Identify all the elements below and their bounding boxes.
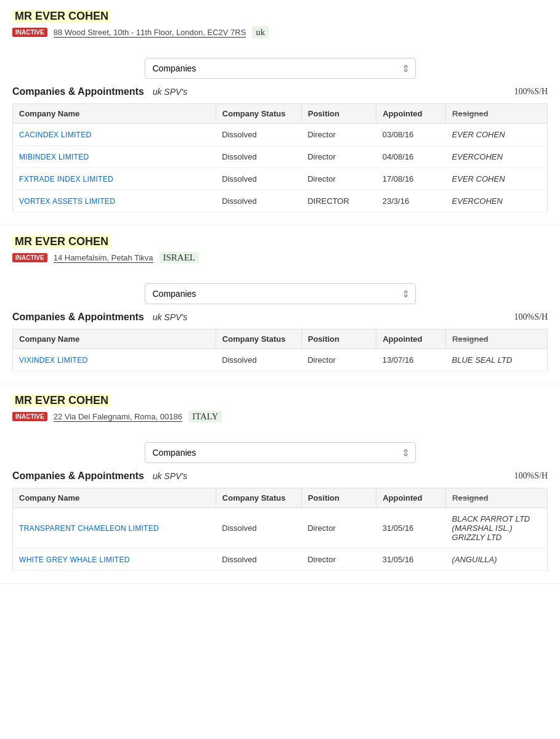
- company-link-1-3[interactable]: FXTRADE INDEX LIMITED: [19, 175, 113, 184]
- td-appointed-1-4: 23/3/16: [376, 190, 446, 212]
- th-resigned-3: Resigned: [446, 488, 548, 508]
- dropdown-row-3: Companies ⇕: [12, 442, 548, 463]
- section-title-area-3: Companies & Appointments uk SPV's: [12, 470, 187, 482]
- person-address-2: 14 Hamefalsim, Petah Tikva: [54, 253, 153, 263]
- companies-dropdown-2[interactable]: Companies: [145, 283, 416, 304]
- section-title-2: Companies & Appointments: [12, 312, 144, 323]
- inactive-badge-1: INACTIVE: [12, 28, 47, 37]
- td-company-name-3-1: TRANSPARENT CHAMELEON LIMITED: [13, 508, 216, 549]
- person-address-3: 22 Via Dei Falegnami, Roma, 00186: [54, 412, 182, 422]
- company-link-2-1[interactable]: VIXINDEX LIMITED: [19, 356, 88, 365]
- th-appointed-3: Appointed: [376, 488, 446, 508]
- person-section-2: MR EVER COHEN INACTIVE 14 Hamefalsim, Pe…: [0, 225, 560, 384]
- person-name-2: MR EVER COHEN: [12, 235, 111, 248]
- th-resigned-label-1: Resigned: [452, 109, 489, 118]
- companies-dropdown-1[interactable]: Companies: [145, 58, 416, 79]
- td-company-name-2-1: VIXINDEX LIMITED: [13, 349, 216, 371]
- company-link-1-4[interactable]: VORTEX ASSETS LIMITED: [19, 197, 115, 206]
- th-resigned-2: Resigned: [446, 329, 548, 349]
- th-position-3: Position: [301, 488, 376, 508]
- td-resigned-annotation-1-1: EVER COHEN: [446, 124, 548, 146]
- person-section-1: MR EVER COHEN INACTIVE 88 Wood Street, 1…: [0, 0, 560, 225]
- td-position-1-4: DIRECTOR: [301, 190, 376, 212]
- th-company-status-1: Company Status: [216, 104, 301, 124]
- td-company-name-1-1: CACINDEX LIMITED: [13, 124, 216, 146]
- section-header-3: Companies & Appointments uk SPV's 100%S/…: [12, 470, 548, 482]
- country-annotation-3: ITALY: [189, 411, 222, 422]
- th-company-name-1: Company Name: [13, 104, 216, 124]
- td-appointed-1-1: 03/08/16: [376, 124, 446, 146]
- person-address-line-1: INACTIVE 88 Wood Street, 10th - 11th Flo…: [12, 26, 548, 38]
- dropdown-wrapper-1[interactable]: Companies ⇕: [145, 58, 416, 79]
- th-company-name-3: Company Name: [13, 488, 216, 508]
- inactive-badge-3: INACTIVE: [12, 412, 47, 421]
- td-position-1-2: Director: [301, 146, 376, 168]
- table-row-3-1: TRANSPARENT CHAMELEON LIMITED Dissolved …: [13, 508, 548, 549]
- table-row-3-2: WHITE GREY WHALE LIMITED Dissolved Direc…: [13, 549, 548, 571]
- th-position-1: Position: [301, 104, 376, 124]
- person-section-3: MR EVER COHEN INACTIVE 22 Via Dei Falegn…: [0, 384, 560, 584]
- person-address-line-2: INACTIVE 14 Hamefalsim, Petah Tikva ISRA…: [12, 252, 548, 264]
- th-company-name-2: Company Name: [13, 329, 216, 349]
- companies-dropdown-3[interactable]: Companies: [145, 442, 416, 463]
- td-appointed-2-1: 13/07/16: [376, 349, 446, 371]
- td-company-name-1-2: MIBINDEX LIMITED: [13, 146, 216, 168]
- td-resigned-annotation-1-3: EVER COHEN: [446, 168, 548, 190]
- td-company-status-2-1: Dissolved: [216, 349, 301, 371]
- company-link-1-1[interactable]: CACINDEX LIMITED: [19, 131, 91, 139]
- spv-annotation-3: uk SPV's: [153, 471, 187, 481]
- td-resigned-annotation-1-4: EVERCOHEN: [446, 190, 548, 212]
- th-resigned-label-3: Resigned: [452, 493, 489, 503]
- th-company-status-3: Company Status: [216, 488, 301, 508]
- table-row-1-2: MIBINDEX LIMITED Dissolved Director 04/0…: [13, 146, 548, 168]
- td-appointed-1-2: 04/08/16: [376, 146, 446, 168]
- section-title-area-2: Companies & Appointments uk SPV's: [12, 312, 187, 323]
- person-address-line-3: INACTIVE 22 Via Dei Falegnami, Roma, 001…: [12, 411, 548, 422]
- table-header-row-3: Company Name Company Status Position App…: [13, 488, 548, 508]
- companies-table-2: Company Name Company Status Position App…: [12, 329, 548, 371]
- td-appointed-1-3: 17/08/16: [376, 168, 446, 190]
- td-position-3-1: Director: [301, 508, 376, 549]
- th-company-status-2: Company Status: [216, 329, 301, 349]
- td-company-name-1-3: FXTRADE INDEX LIMITED: [13, 168, 216, 190]
- spv-annotation-2: uk SPV's: [153, 312, 187, 322]
- td-resigned-annotation-1-2: EVERCOHEN: [446, 146, 548, 168]
- dropdown-wrapper-3[interactable]: Companies ⇕: [145, 442, 416, 463]
- th-appointed-2: Appointed: [376, 329, 446, 349]
- company-link-3-1[interactable]: TRANSPARENT CHAMELEON LIMITED: [19, 524, 159, 533]
- country-annotation-2: ISRAEL: [160, 252, 200, 264]
- table-header-row-2: Company Name Company Status Position App…: [13, 329, 548, 349]
- table-row-1-3: FXTRADE INDEX LIMITED Dissolved Director…: [13, 168, 548, 190]
- inactive-badge-2: INACTIVE: [12, 253, 47, 262]
- th-resigned-1: Resigned: [446, 104, 548, 124]
- section-header-1: Companies & Appointments uk SPV's 100%S/…: [12, 86, 548, 97]
- td-company-status-3-2: Dissolved: [216, 549, 301, 571]
- person-name-1: MR EVER COHEN: [12, 10, 111, 23]
- spv-annotation-1: uk SPV's: [153, 87, 187, 97]
- companies-table-3: Company Name Company Status Position App…: [12, 488, 548, 571]
- td-resigned-annotation-3-2: (ANGUILLA): [446, 549, 548, 571]
- table-header-row-1: Company Name Company Status Position App…: [13, 104, 548, 124]
- th-position-2: Position: [301, 329, 376, 349]
- sh-annotation-1: 100%S/H: [514, 87, 548, 97]
- table-row-2-1: VIXINDEX LIMITED Dissolved Director 13/0…: [13, 349, 548, 371]
- td-position-1-1: Director: [301, 124, 376, 146]
- companies-table-1: Company Name Company Status Position App…: [12, 103, 548, 212]
- section-title-3: Companies & Appointments: [12, 470, 144, 482]
- section-title-1: Companies & Appointments: [12, 86, 144, 97]
- td-appointed-3-1: 31/05/16: [376, 508, 446, 549]
- td-company-status-3-1: Dissolved: [216, 508, 301, 549]
- person-name-3: MR EVER COHEN: [12, 394, 111, 407]
- td-company-status-1-3: Dissolved: [216, 168, 301, 190]
- dropdown-wrapper-2[interactable]: Companies ⇕: [145, 283, 416, 304]
- company-link-3-2[interactable]: WHITE GREY WHALE LIMITED: [19, 555, 130, 564]
- section-header-2: Companies & Appointments uk SPV's 100%S/…: [12, 312, 548, 323]
- td-company-name-1-4: VORTEX ASSETS LIMITED: [13, 190, 216, 212]
- td-company-status-1-2: Dissolved: [216, 146, 301, 168]
- dropdown-row-2: Companies ⇕: [12, 283, 548, 304]
- td-company-status-1-1: Dissolved: [216, 124, 301, 146]
- company-link-1-2[interactable]: MIBINDEX LIMITED: [19, 153, 89, 161]
- dropdown-row-1: Companies ⇕: [12, 58, 548, 79]
- sh-annotation-2: 100%S/H: [514, 312, 548, 322]
- person-address-1: 88 Wood Street, 10th - 11th Floor, Londo…: [54, 28, 246, 38]
